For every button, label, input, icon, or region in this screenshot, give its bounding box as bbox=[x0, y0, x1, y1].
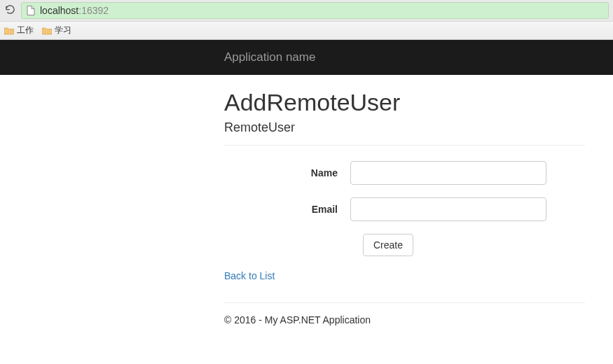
footer-text: © 2016 - My ASP.NET Application bbox=[224, 314, 585, 326]
app-navbar: Application name bbox=[0, 40, 613, 75]
footer-divider bbox=[224, 302, 585, 303]
form-row-email: Email bbox=[224, 197, 585, 221]
bookmark-item[interactable]: 工作 bbox=[4, 24, 34, 36]
page-subtitle: RemoteUser bbox=[224, 120, 585, 135]
bookmark-label: 学习 bbox=[55, 24, 71, 36]
create-button[interactable]: Create bbox=[363, 234, 413, 256]
bookmark-item[interactable]: 学习 bbox=[42, 24, 71, 36]
button-row: Create bbox=[224, 234, 585, 256]
page-icon bbox=[26, 6, 36, 15]
form-row-name: Name bbox=[224, 161, 585, 185]
url-host: localhost bbox=[40, 5, 78, 16]
folder-icon bbox=[4, 27, 14, 35]
name-label: Name bbox=[224, 167, 350, 178]
browser-chrome: localhost:16392 工作 学习 bbox=[0, 0, 613, 40]
reload-button[interactable] bbox=[1, 2, 18, 19]
address-bar[interactable]: localhost:16392 bbox=[21, 2, 609, 19]
bookmark-label: 工作 bbox=[17, 24, 34, 36]
page-title: AddRemoteUser bbox=[224, 89, 585, 116]
email-label: Email bbox=[224, 204, 350, 215]
brand-link[interactable]: Application name bbox=[224, 50, 315, 64]
email-input[interactable] bbox=[350, 197, 546, 221]
bookmarks-bar: 工作 学习 bbox=[0, 21, 613, 39]
divider bbox=[224, 145, 585, 146]
url-port: :16392 bbox=[78, 5, 109, 16]
back-to-list-link[interactable]: Back to List bbox=[224, 270, 275, 281]
page-content: AddRemoteUser RemoteUser Name Email Crea… bbox=[224, 75, 585, 326]
name-input[interactable] bbox=[350, 161, 546, 185]
folder-icon bbox=[42, 27, 52, 35]
reload-icon bbox=[5, 4, 15, 17]
address-bar-row: localhost:16392 bbox=[0, 0, 613, 21]
